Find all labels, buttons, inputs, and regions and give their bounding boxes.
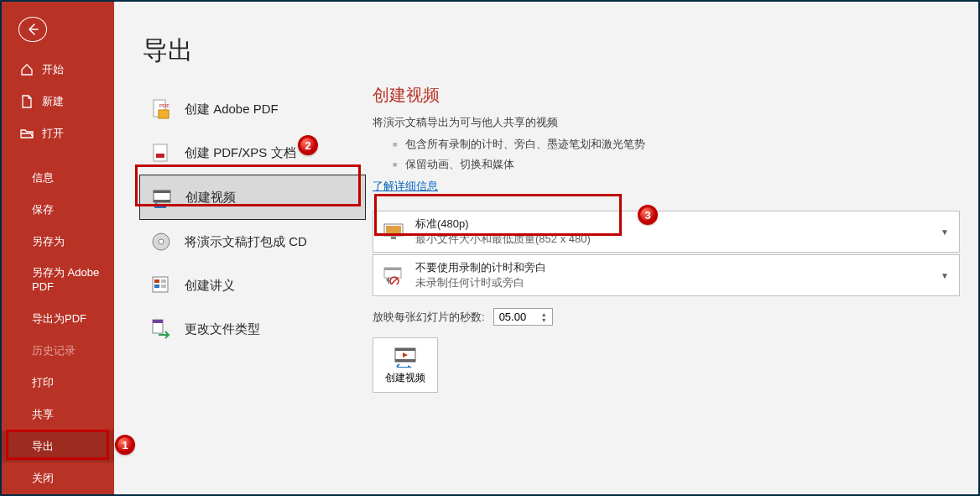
main-content: 导出 PDF 创建 Adobe PDF 创建 PDF/XPS 文档 创建视频 将… (114, 2, 978, 494)
change-type-icon (149, 317, 173, 341)
svg-rect-22 (391, 237, 396, 239)
spinner-buttons[interactable]: ▲▼ (541, 311, 547, 323)
nav-share[interactable]: 共享 (2, 399, 114, 431)
back-button[interactable] (18, 17, 47, 42)
chevron-down-icon: ▼ (941, 227, 949, 237)
svg-rect-1 (159, 110, 169, 118)
seconds-input[interactable] (499, 311, 536, 323)
nav-label: 开始 (42, 62, 64, 77)
svg-marker-8 (163, 205, 167, 208)
nav-print[interactable]: 打印 (2, 367, 114, 399)
create-video-button[interactable]: 创建视频 (373, 337, 438, 393)
bullet-2: 保留动画、切换和媒体 (373, 157, 970, 172)
dd-line1: 标准(480p) (415, 217, 591, 232)
video-icon (150, 185, 174, 209)
seconds-spinner[interactable]: ▲▼ (493, 308, 553, 326)
svg-rect-7 (154, 200, 170, 202)
export-label: 更改文件类型 (185, 321, 260, 337)
export-list: PDF 创建 Adobe PDF 创建 PDF/XPS 文档 创建视频 将演示文… (139, 87, 366, 494)
svg-rect-19 (153, 320, 163, 323)
detail-pane: 创建视频 将演示文稿导出为可与他人共享的视频 包含所有录制的计时、旁白、墨迹笔划… (366, 35, 978, 494)
nav-open[interactable]: 打开 (2, 117, 114, 149)
quality-dropdown[interactable]: 标准(480p) 最小文件大小和最低质量(852 x 480) ▼ (373, 211, 960, 253)
nav-home[interactable]: 开始 (2, 54, 114, 86)
svg-rect-24 (384, 268, 401, 270)
svg-rect-12 (154, 279, 159, 283)
pdf-icon: PDF (149, 97, 173, 121)
svg-rect-13 (154, 285, 159, 288)
svg-text:PDF: PDF (159, 103, 169, 108)
dd-line1: 不要使用录制的计时和旁白 (415, 260, 546, 275)
nav-label: 打开 (42, 126, 64, 141)
page-title: 导出 (143, 34, 193, 68)
nav-save[interactable]: 保存 (2, 194, 114, 226)
export-adobe-pdf[interactable]: PDF 创建 Adobe PDF (139, 87, 366, 131)
export-label: 创建 PDF/XPS 文档 (185, 145, 296, 161)
svg-rect-6 (154, 191, 170, 193)
svg-rect-4 (156, 154, 164, 158)
detail-title: 创建视频 (373, 84, 970, 107)
export-package-cd[interactable]: 将演示文稿打包成 CD (139, 220, 366, 264)
nav-saveas-adobe-pdf[interactable]: 另存为 Adobe PDF (2, 258, 114, 303)
dd-line2: 最小文件大小和最低质量(852 x 480) (415, 232, 591, 247)
export-change-filetype[interactable]: 更改文件类型 (139, 307, 366, 351)
home-icon (20, 63, 34, 76)
sidebar: 开始 新建 打开 信息 保存 另存为 另存为 Adobe PDF 导出为PDF … (2, 2, 114, 494)
svg-marker-31 (408, 365, 412, 368)
pdfxps-icon (149, 141, 173, 164)
svg-rect-28 (395, 348, 415, 351)
document-icon (20, 95, 34, 108)
export-label: 将演示文稿打包成 CD (185, 234, 307, 250)
export-label: 创建讲义 (185, 278, 235, 294)
create-button-label: 创建视频 (385, 371, 425, 385)
nav-export-pdf[interactable]: 导出为PDF (2, 303, 114, 335)
svg-rect-3 (154, 144, 167, 161)
svg-rect-29 (395, 359, 415, 362)
handout-icon (149, 274, 173, 297)
export-label: 创建 Adobe PDF (185, 102, 279, 117)
monitor-icon (382, 222, 405, 242)
export-label: 创建视频 (185, 190, 236, 206)
svg-rect-21 (386, 226, 401, 234)
nav-info[interactable]: 信息 (2, 162, 114, 194)
nav-saveas[interactable]: 另存为 (2, 226, 114, 258)
narration-icon (382, 265, 405, 285)
narration-dropdown[interactable]: 不要使用录制的计时和旁白 未录制任何计时或旁白 ▼ (373, 254, 960, 296)
svg-point-10 (159, 239, 164, 244)
dd-line2: 未录制任何计时或旁白 (415, 275, 546, 290)
svg-line-26 (391, 278, 398, 285)
export-pdfxps[interactable]: 创建 PDF/XPS 文档 (139, 131, 366, 175)
nav-label: 新建 (42, 94, 64, 109)
cd-icon (149, 230, 173, 253)
detail-subtitle: 将演示文稿导出为可与他人共享的视频 (373, 115, 970, 130)
learn-more-link[interactable]: 了解详细信息 (373, 180, 438, 192)
video-create-icon (393, 346, 418, 368)
seconds-label: 放映每张幻灯片的秒数: (373, 310, 485, 325)
export-create-video[interactable]: 创建视频 (139, 175, 366, 220)
nav-history[interactable]: 历史记录 (2, 335, 114, 367)
nav-new[interactable]: 新建 (2, 86, 114, 117)
export-handouts[interactable]: 创建讲义 (139, 264, 366, 307)
nav-close[interactable]: 关闭 (2, 462, 114, 494)
folder-open-icon (20, 127, 34, 140)
nav-export[interactable]: 导出 (2, 431, 114, 462)
chevron-down-icon: ▼ (941, 271, 949, 280)
bullet-1: 包含所有录制的计时、旁白、墨迹笔划和激光笔势 (373, 137, 970, 152)
